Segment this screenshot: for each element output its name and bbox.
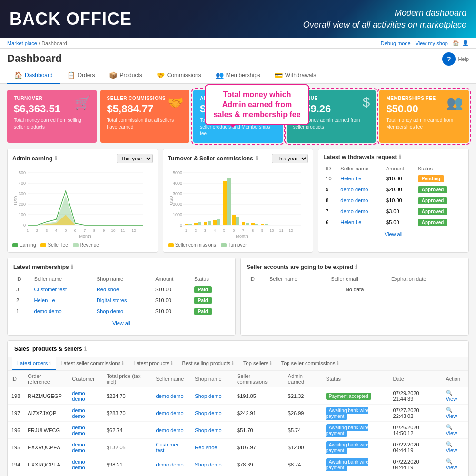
membership-shop-link[interactable]: Red shoe <box>97 287 119 292</box>
bottom-tab-top-sellers[interactable]: Top sellers ℹ <box>238 357 277 370</box>
order-shop: Shop demo <box>191 387 233 405</box>
membership-seller: Helen Le <box>31 295 94 306</box>
top-sellers-info[interactable]: ℹ <box>270 360 272 366</box>
turnover-period-select[interactable]: This year Last year <box>272 154 308 163</box>
withdrawals-view-all-link[interactable]: View all <box>385 231 403 237</box>
svg-text:9: 9 <box>261 228 263 233</box>
svg-rect-49 <box>223 181 227 225</box>
home-icon[interactable]: 🏠 <box>453 40 459 46</box>
memberships-icon: 👥 <box>216 71 224 79</box>
membership-shop-link[interactable]: Digital stores <box>97 298 127 303</box>
order-ref: FRJULWECG <box>24 422 68 439</box>
expiring-sellers-info-icon[interactable]: ℹ <box>355 264 357 270</box>
order-seller-link[interactable]: demo demo <box>156 427 184 433</box>
withdrawal-seller-link[interactable]: Helen Le <box>340 219 361 225</box>
admin-earning-period-select[interactable]: This year Last year <box>117 154 153 163</box>
withdrawal-status: Approved <box>416 217 464 228</box>
memberships-info-icon[interactable]: ℹ <box>71 264 73 270</box>
bottom-tab-top-seller-commissions[interactable]: Top seller commissions ℹ <box>277 357 344 370</box>
order-seller-link[interactable]: demo demo <box>156 393 184 399</box>
turnover-chart-title: Turnover & Seller commissions ℹ This yea… <box>168 154 308 163</box>
order-customer-link[interactable]: demo demo <box>72 459 85 470</box>
header-banner: BACK OFFICE Modern dashboard Overall vie… <box>0 0 476 38</box>
user-icon[interactable]: 👤 <box>462 40 469 46</box>
order-seller-link[interactable]: demo demo <box>156 462 184 467</box>
svg-text:7: 7 <box>242 228 244 233</box>
breadcrumb-marketplace[interactable]: Market place <box>7 40 37 46</box>
order-seller-link[interactable]: Customer test <box>156 442 179 453</box>
order-view-link[interactable]: 🔍 View <box>446 424 465 436</box>
best-selling-info[interactable]: ℹ <box>232 360 234 366</box>
order-seller: demo demo <box>152 405 191 422</box>
admin-earning-icon: 💳 <box>260 95 277 110</box>
bottom-tab-best-selling[interactable]: Best selling products ℹ <box>178 357 239 370</box>
order-total: $106.99 <box>103 473 152 476</box>
order-commission: $107.97 <box>233 439 284 456</box>
nav-tab-memberships[interactable]: 👥 Memberships <box>208 68 268 84</box>
svg-text:6: 6 <box>232 228 235 233</box>
withdrawal-seller-link[interactable]: demo demo <box>340 198 368 203</box>
svg-text:11: 11 <box>121 228 125 233</box>
order-customer-link[interactable]: demo demo <box>72 442 85 453</box>
memberships-panel-title: Latest memberships ℹ <box>13 264 229 270</box>
membership-seller-link[interactable]: Customer test <box>34 287 67 292</box>
order-admin-earned: $12.00 <box>284 439 322 456</box>
seller-commissions-tab-info[interactable]: ℹ <box>122 360 124 366</box>
bottom-section-info-icon[interactable]: ℹ <box>84 346 87 352</box>
nav-tab-orders[interactable]: 📋 Orders <box>60 68 102 84</box>
nav-tab-withdrawals[interactable]: 💳 Withdrawals <box>268 68 323 84</box>
withdrawals-info-icon[interactable]: ℹ <box>399 154 401 160</box>
order-seller-link[interactable]: demo demo <box>156 410 184 416</box>
table-row: 197 AIZXZJXQP demo demo $283.70 demo dem… <box>8 405 468 422</box>
order-shop-link[interactable]: Shop demo <box>195 410 221 416</box>
order-view-link[interactable]: 🔍 View <box>446 441 465 453</box>
bottom-tab-latest-orders[interactable]: Latest orders ℹ <box>12 357 56 370</box>
order-total: $283.70 <box>103 405 152 422</box>
withdrawal-seller-link[interactable]: demo demo <box>340 187 368 192</box>
order-customer-link[interactable]: demo demo <box>72 425 85 436</box>
nav-tab-dashboard[interactable]: 🏠 Dashboard <box>7 68 60 84</box>
order-shop-link[interactable]: Shop demo <box>195 462 221 467</box>
order-action: 🔍 View <box>442 405 468 422</box>
withdrawals-table: ID Seller name Amount Status 10 Helen Le… <box>323 164 464 228</box>
nav-tab-commissions[interactable]: 🤝 Commissions <box>149 68 208 84</box>
help-button[interactable]: ? <box>442 52 456 66</box>
debug-mode-link[interactable]: Debug mode <box>381 40 411 46</box>
withdrawal-seller-link[interactable]: demo demo <box>340 208 368 214</box>
withdrawals-icon: 💳 <box>275 71 283 79</box>
status-badge: Pending <box>418 175 444 182</box>
membership-seller-link[interactable]: Helen Le <box>34 298 55 303</box>
order-view-link[interactable]: 🔍 View <box>446 407 465 419</box>
withdrawal-id: 8 <box>323 195 338 206</box>
table-row: 3 Customer test Red shoe $10.00 Paid <box>13 284 229 295</box>
order-view-link[interactable]: 🔍 View <box>446 390 465 402</box>
membership-shop: Red shoe <box>94 284 152 295</box>
orders-col-shop: Shop name <box>191 371 233 387</box>
breadcrumb: Market place / Dashboard <box>7 40 67 46</box>
order-view-link[interactable]: 🔍 View <box>446 458 465 470</box>
admin-earning-info-icon[interactable]: ℹ <box>55 155 57 162</box>
order-customer: demo demo <box>68 439 103 456</box>
view-shop-link[interactable]: View my shop <box>416 40 448 46</box>
membership-seller-link[interactable]: demo demo <box>34 308 62 314</box>
top-seller-commissions-info[interactable]: ℹ <box>337 360 339 366</box>
bottom-tab-latest-products[interactable]: Latest products ℹ <box>129 357 177 370</box>
withdrawal-seller-link[interactable]: Helen Le <box>340 176 361 181</box>
membership-shop-link[interactable]: Shop demo <box>97 308 123 314</box>
order-shop-link[interactable]: Red shoe <box>195 445 217 450</box>
membership-seller: demo demo <box>31 306 94 317</box>
nav-tab-products[interactable]: 📦 Products <box>102 68 149 84</box>
order-customer-link[interactable]: demo demo <box>72 407 85 419</box>
turnover-info-icon[interactable]: ℹ <box>256 155 258 162</box>
latest-products-info[interactable]: ℹ <box>171 360 173 366</box>
order-shop-link[interactable]: Shop demo <box>195 393 221 399</box>
latest-orders-info[interactable]: ℹ <box>49 360 51 366</box>
bottom-tab-seller-commissions[interactable]: Latest seller commissions ℹ <box>56 357 129 370</box>
order-id: 196 <box>8 422 24 439</box>
order-customer-link[interactable]: demo demo <box>72 390 85 402</box>
memberships-view-all-link[interactable]: View all <box>112 320 130 326</box>
order-shop-link[interactable]: Shop demo <box>195 427 221 433</box>
withdrawal-amount: $5.00 <box>384 217 416 228</box>
revenue-icon: $ <box>363 95 370 110</box>
nav-tab-withdrawals-label: Withdrawals <box>285 72 316 79</box>
